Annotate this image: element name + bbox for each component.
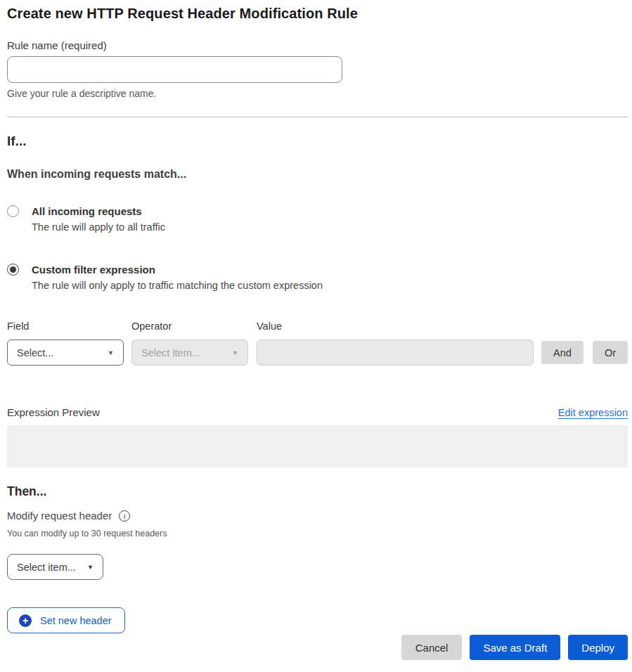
cancel-button[interactable]: Cancel <box>401 635 463 660</box>
info-icon[interactable]: i <box>119 510 130 522</box>
radio-option-custom-filter[interactable]: Custom filter expression The rule will o… <box>7 263 628 292</box>
rule-name-input[interactable] <box>7 56 342 83</box>
set-new-header-button[interactable]: + Set new header <box>7 607 125 633</box>
operator-select: Select item... ▼ <box>131 340 248 366</box>
header-action-select-value: Select item... <box>17 562 76 573</box>
expression-preview-box <box>7 425 628 467</box>
field-select[interactable]: Select... ▼ <box>7 340 124 366</box>
radio-desc-all-incoming: The rule will apply to all traffic <box>32 221 165 233</box>
field-select-value: Select... <box>17 347 53 358</box>
radio-button-custom-filter[interactable] <box>7 264 19 276</box>
if-heading: If... <box>7 133 628 150</box>
chevron-down-icon: ▼ <box>87 564 93 571</box>
expression-builder-row: Field Select... ▼ Operator Select item..… <box>7 321 628 366</box>
radio-desc-custom-filter: The rule will only apply to traffic matc… <box>32 279 323 292</box>
value-label: Value <box>257 321 534 332</box>
radio-option-all-incoming[interactable]: All incoming requests The rule will appl… <box>7 205 628 233</box>
header-action-select[interactable]: Select item... ▼ <box>7 554 103 580</box>
modify-request-header-label: Modify request header <box>7 509 112 522</box>
value-input <box>257 340 534 366</box>
when-subheading: When incoming requests match... <box>7 167 628 181</box>
edit-expression-link[interactable]: Edit expression <box>558 407 628 418</box>
chevron-down-icon: ▼ <box>232 349 238 356</box>
modify-header-row: Modify request header i <box>7 509 628 522</box>
radio-label-all-incoming: All incoming requests <box>32 205 165 218</box>
expression-preview-header: Expression Preview Edit expression <box>7 406 628 420</box>
save-as-draft-button[interactable]: Save as Draft <box>470 635 560 660</box>
operator-label: Operator <box>131 321 248 332</box>
operator-column: Operator Select item... ▼ <box>131 321 248 366</box>
then-heading: Then... <box>7 484 628 499</box>
value-column: Value <box>257 321 534 366</box>
operator-select-value: Select item... <box>141 347 200 358</box>
footer-actions: Cancel Save as Draft Deploy <box>7 635 628 660</box>
rule-name-helper: Give your rule a descriptive name. <box>7 88 628 100</box>
radio-button-all-incoming[interactable] <box>7 205 19 217</box>
create-rule-form: Create new HTTP Request Header Modificat… <box>0 0 632 660</box>
plus-circle-icon: + <box>19 614 32 627</box>
radio-option-texts: All incoming requests The rule will appl… <box>32 205 165 233</box>
and-button[interactable]: And <box>541 341 583 364</box>
section-divider <box>7 117 628 117</box>
expression-preview-label: Expression Preview <box>7 406 100 420</box>
deploy-button[interactable]: Deploy <box>568 635 628 660</box>
radio-option-texts: Custom filter expression The rule will o… <box>32 263 323 292</box>
chevron-down-icon: ▼ <box>108 349 114 356</box>
field-column: Field Select... ▼ <box>7 321 124 366</box>
page-title: Create new HTTP Request Header Modificat… <box>7 6 628 22</box>
field-label: Field <box>7 321 124 332</box>
modify-header-helper: You can modify up to 30 request headers <box>7 529 628 538</box>
or-button[interactable]: Or <box>593 341 628 364</box>
set-new-header-label: Set new header <box>40 615 112 626</box>
rule-name-label: Rule name (required) <box>7 39 628 51</box>
radio-label-custom-filter: Custom filter expression <box>32 263 323 276</box>
